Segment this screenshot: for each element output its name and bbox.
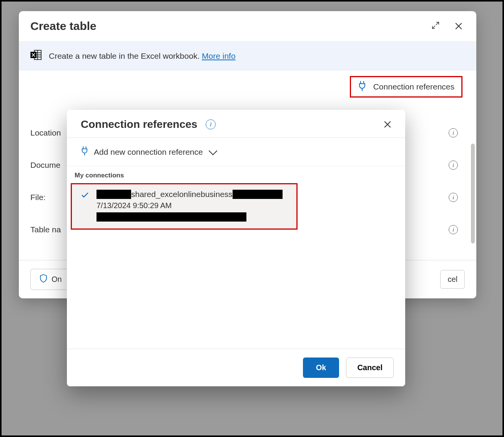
info-icon[interactable]: i: [449, 225, 458, 234]
connection-extra: [96, 212, 283, 223]
connection-details: shared_excelonlinebusiness 7/13/2024 9:5…: [96, 190, 283, 223]
expand-button[interactable]: [429, 20, 442, 32]
connection-references-popover: Connection references i Add new connecti…: [67, 110, 405, 386]
check-icon: [80, 190, 90, 223]
connection-item[interactable]: shared_excelonlinebusiness 7/13/2024 9:5…: [71, 183, 298, 230]
info-icon[interactable]: i: [449, 193, 458, 202]
popover-title: Connection references: [81, 118, 197, 131]
scrollbar-thumb[interactable]: [471, 144, 475, 243]
add-connection-label: Add new connection reference: [94, 147, 203, 157]
dialog-title: Create table: [30, 20, 96, 33]
more-info-link[interactable]: More info: [202, 51, 236, 60]
banner-text-content: Create a new table in the Excel workbook…: [49, 51, 202, 60]
excel-icon: [30, 50, 42, 62]
add-connection-reference[interactable]: Add new connection reference: [67, 138, 405, 166]
close-dialog-button[interactable]: [452, 20, 465, 32]
connection-name-mid: shared_excelonlinebusiness: [131, 190, 233, 199]
info-banner: Create a new table in the Excel workbook…: [19, 41, 476, 71]
expand-icon: [431, 21, 440, 31]
connection-references-label: Connection references: [373, 82, 454, 91]
redacted-text: [233, 190, 283, 199]
plug-icon: [358, 81, 366, 93]
redacted-text: [96, 190, 131, 199]
cancel-button[interactable]: Cancel: [346, 358, 394, 378]
right-footer-label: cel: [447, 275, 457, 284]
right-footer-button[interactable]: cel: [440, 270, 465, 289]
info-icon[interactable]: i: [449, 161, 458, 170]
info-icon[interactable]: i: [206, 119, 216, 129]
popover-footer: Ok Cancel: [67, 349, 405, 386]
info-icon[interactable]: i: [449, 128, 458, 137]
shield-icon: [39, 274, 48, 285]
connection-references-button[interactable]: Connection references: [350, 76, 462, 98]
only-button[interactable]: On: [30, 269, 71, 290]
ok-button[interactable]: Ok: [303, 358, 339, 378]
banner-text: Create a new table in the Excel workbook…: [49, 51, 236, 61]
close-icon: [383, 120, 392, 129]
redacted-text: [96, 212, 246, 222]
popover-header: Connection references i: [67, 110, 405, 138]
close-popover-button[interactable]: [381, 118, 394, 131]
connection-name: shared_excelonlinebusiness: [96, 190, 283, 199]
connection-date: 7/13/2024 9:50:29 AM: [96, 201, 283, 210]
close-icon: [454, 22, 463, 30]
popover-title-wrap: Connection references i: [81, 118, 216, 131]
my-connections-label: My connections: [67, 166, 405, 183]
plug-icon: [81, 146, 88, 157]
dialog-header: Create table: [19, 11, 476, 41]
chevron-down-icon: [208, 146, 217, 155]
only-label: On: [52, 275, 62, 284]
dialog-header-actions: [429, 20, 465, 32]
